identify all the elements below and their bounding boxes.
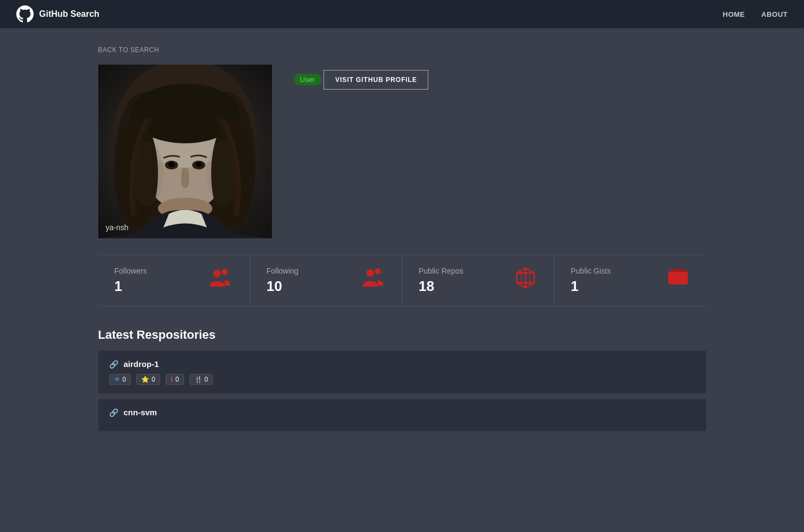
- repos-title: Latest Respositories: [98, 328, 706, 342]
- fork-icon: 🍴: [194, 376, 202, 383]
- repos-section: Latest Respositories 🔗 airdrop-1 👁 0 ⭐ 0…: [98, 328, 706, 431]
- stars-count-airdrop: 0: [151, 376, 155, 383]
- user-type-badge: User: [294, 74, 321, 85]
- profile-info: User VISIT GITHUB PROFILE: [294, 65, 429, 95]
- following-value: 10: [267, 278, 299, 295]
- badge-stars-airdrop: ⭐ 0: [136, 374, 160, 385]
- visit-github-button[interactable]: VISIT GITHUB PROFILE: [324, 70, 428, 90]
- stat-following: Following 10: [250, 255, 402, 306]
- nav-home[interactable]: HOME: [723, 10, 745, 18]
- badge-watchers-airdrop: 👁 0: [109, 374, 131, 385]
- forks-count-airdrop: 0: [205, 376, 208, 383]
- svg-point-19: [366, 269, 374, 277]
- stat-public-repos: Public Repos 18: [402, 255, 554, 306]
- watchers-count-airdrop: 0: [123, 376, 126, 383]
- public-gists-label: Public Gists: [571, 267, 611, 275]
- following-label: Following: [267, 267, 299, 275]
- eye-icon: 👁: [114, 376, 121, 383]
- github-logo-icon: [16, 5, 34, 23]
- profile-avatar: [98, 65, 272, 238]
- repo-badges-airdrop: 👁 0 ⭐ 0 ℹ 0 🍴 0: [109, 374, 695, 385]
- followers-value: 1: [115, 278, 147, 295]
- repo-link-icon: 🔗: [109, 360, 118, 369]
- app-title: GitHub Search: [39, 9, 99, 19]
- public-gists-value: 1: [571, 278, 611, 295]
- brand: GitHub Search: [16, 5, 99, 23]
- badge-forks-airdrop: 🍴 0: [189, 374, 213, 385]
- badge-issues-airdrop: ℹ 0: [166, 374, 184, 385]
- svg-point-20: [375, 269, 381, 275]
- repo-link-icon-2: 🔗: [109, 408, 118, 417]
- svg-point-17: [213, 270, 221, 277]
- followers-label: Followers: [115, 267, 147, 275]
- following-icon: [362, 266, 385, 295]
- navbar: GitHub Search HOME ABOUT: [0, 0, 804, 28]
- repo-name-airdrop: 🔗 airdrop-1: [109, 359, 695, 369]
- issues-count-airdrop: 0: [175, 376, 179, 383]
- public-repos-value: 18: [419, 278, 464, 295]
- back-to-search-link[interactable]: BACK TO SEARCH: [98, 46, 160, 54]
- repo-name-text-airdrop: airdrop-1: [124, 359, 159, 369]
- public-repos-icon: [514, 266, 537, 295]
- stat-public-gists: Public Gists 1: [554, 255, 706, 306]
- nav-links: HOME ABOUT: [723, 10, 788, 18]
- svg-rect-22: [670, 269, 686, 272]
- profile-image-container: ya-nsh: [98, 65, 272, 238]
- repo-card-cnnsvm: 🔗 cnn-svm: [98, 399, 706, 431]
- repo-name-cnnsvm: 🔗 cnn-svm: [109, 408, 695, 417]
- public-repos-label: Public Repos: [419, 267, 464, 275]
- profile-username: ya-nsh: [106, 223, 129, 232]
- svg-point-18: [221, 269, 227, 275]
- svg-point-12: [168, 162, 175, 167]
- info-icon: ℹ: [170, 376, 173, 383]
- repo-card-airdrop: 🔗 airdrop-1 👁 0 ⭐ 0 ℹ 0 🍴 0: [98, 351, 706, 394]
- nav-about[interactable]: ABOUT: [761, 10, 788, 18]
- profile-section: ya-nsh User VISIT GITHUB PROFILE: [98, 65, 706, 238]
- stats-section: Followers 1 Following 10: [98, 255, 706, 306]
- public-gists-icon: [666, 266, 690, 295]
- followers-icon: [210, 266, 233, 295]
- repo-name-text-cnnsvm: cnn-svm: [124, 408, 157, 417]
- svg-rect-21: [668, 271, 688, 284]
- main-content: BACK TO SEARCH: [87, 28, 717, 453]
- svg-point-13: [195, 162, 202, 167]
- stat-followers: Followers 1: [98, 255, 250, 306]
- star-icon: ⭐: [141, 376, 149, 383]
